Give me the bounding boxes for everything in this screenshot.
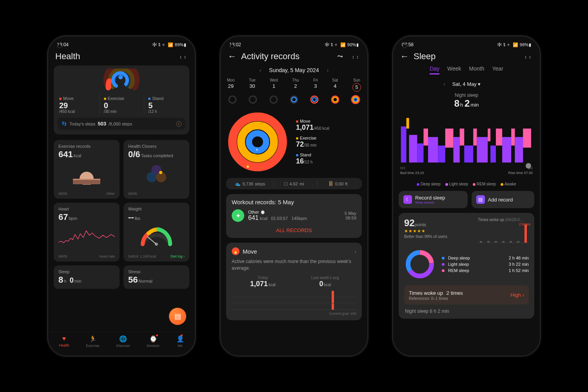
tile-value: 8	[58, 275, 63, 285]
exercise-label: Exercise	[300, 136, 316, 140]
tab-month[interactable]: Month	[469, 65, 485, 74]
svg-rect-35	[423, 129, 428, 145]
record-sleep-button[interactable]: ☾Record sleepSleep sounds	[399, 191, 468, 208]
tile-value: --	[128, 212, 134, 222]
woke-chart: Times woke up (04/28-0… 2 times	[478, 218, 529, 243]
sleep-stages-chart[interactable]	[399, 114, 534, 165]
all-records-link[interactable]: ALL RECORDS	[232, 227, 356, 233]
workout-dur: 01:03:57	[271, 216, 288, 221]
move-goal: /450 kcal	[59, 109, 96, 114]
woke-banner[interactable]: Times woke up 2 timesReferences: 0–1 tim…	[404, 285, 529, 305]
nav-me[interactable]: 👤Me	[176, 335, 184, 348]
tile-sleep[interactable]: Sleep 8h 0min	[54, 265, 120, 289]
exercise-label: Exercise	[108, 96, 124, 101]
svg-rect-31	[401, 127, 407, 163]
slider-handle[interactable]	[526, 163, 531, 169]
nav-health[interactable]: ♥Health	[59, 335, 69, 348]
flame-icon: 🔥	[232, 247, 240, 255]
svg-point-6	[147, 172, 157, 182]
route-icon[interactable]: ⤳	[337, 52, 343, 61]
move-label: Move	[63, 96, 74, 101]
svg-rect-32	[407, 118, 409, 129]
stand-goal: /12 h	[304, 160, 312, 164]
svg-point-22	[354, 98, 357, 101]
tile-unit: Normal	[138, 279, 152, 283]
day-fri[interactable]: Fri3	[313, 78, 318, 92]
page-title: Sleep	[414, 51, 519, 62]
footsteps-icon: 👣	[62, 121, 67, 126]
chevron-left-icon[interactable]: ‹	[442, 79, 447, 89]
tile-unit: lbs	[135, 216, 140, 221]
tile-foot: Heart rate	[99, 254, 115, 258]
nav-exercise[interactable]: 🏃Exercise	[86, 335, 100, 348]
tab-week[interactable]: Week	[447, 65, 461, 74]
tile-exercise-records[interactable]: Exercise records 641kcal 05/05Other	[54, 140, 120, 199]
back-icon[interactable]: ←	[400, 51, 409, 62]
day-tue[interactable]: Tue30	[249, 78, 256, 92]
day-mon[interactable]: Mon29	[227, 78, 234, 92]
svg-rect-4	[73, 179, 100, 180]
back-icon[interactable]: ←	[228, 51, 236, 62]
svg-point-19	[333, 97, 338, 102]
banner-status: High	[510, 292, 521, 298]
steps-value: 503	[98, 121, 106, 127]
tile-weight[interactable]: Weight --lbs Deficit: 1,108 kcalDiet log…	[123, 203, 189, 261]
stand-label: Stand	[300, 152, 311, 157]
avg-value: 0	[319, 280, 323, 288]
svg-point-15	[292, 97, 296, 102]
score-subtitle: Better than 99% of users	[404, 234, 472, 239]
menu-icon[interactable]: ᎓᎓	[179, 53, 188, 60]
menu-icon[interactable]: ᎓᎓	[352, 53, 360, 60]
fab-button[interactable]: ▤	[169, 308, 186, 325]
tile-foot: Deficit: 1,108 kcal	[128, 254, 156, 258]
tile-stress[interactable]: Stress 56Normal	[123, 265, 189, 289]
tab-year[interactable]: Year	[492, 65, 503, 74]
sleep-donut-icon	[404, 249, 436, 280]
exercise-value: 0	[104, 102, 141, 109]
nav-discover[interactable]: 🌐Discover	[116, 335, 130, 348]
watch-icon: ⌚	[149, 335, 157, 343]
sunset-icon	[58, 162, 115, 185]
person-activity-icon: ✦	[232, 209, 244, 222]
svg-point-0	[106, 84, 112, 90]
page-title: Health	[55, 51, 174, 62]
status-bar: 13:02 ✻ ⇅ ᯤ 📶 90%▮	[221, 36, 367, 49]
stand-goal: /12 h	[148, 109, 185, 114]
move-card[interactable]: 🔥Move› Active calories were much more th…	[226, 243, 362, 320]
sleep-score-card[interactable]: 92points ★★★★★ Better than 99% of users …	[399, 213, 534, 319]
add-record-button[interactable]: ▤Add record	[472, 191, 534, 208]
workout-records-card[interactable]: Workout records: 5 May ✦ Other ⌚ 641 kca…	[226, 194, 362, 238]
week-strip: Mon29 Tue30 Wed1 Thu2 Fri3 Sat4 Sun5	[226, 78, 362, 92]
axis-left: 5/3	[400, 166, 405, 170]
night-sleep-row[interactable]: Night sleep 8 h 2 min	[404, 309, 529, 314]
steps-label: Today's steps	[69, 122, 95, 126]
steps-banner[interactable]: 👣 Today's steps 503 /8,000 steps i	[58, 118, 185, 130]
note-icon: ▤	[174, 312, 181, 321]
info-icon[interactable]: i	[176, 121, 181, 127]
svg-rect-41	[464, 145, 473, 162]
tile-sub: Tasks completed	[141, 153, 173, 158]
svg-point-1	[118, 75, 123, 79]
stats-bar[interactable]: 👟9,738steps ▢4.62mi 🪜0.00ft	[226, 178, 362, 189]
diet-log-link[interactable]: Diet log ›	[171, 254, 185, 258]
tab-day[interactable]: Day	[430, 65, 439, 74]
chevron-right-icon[interactable]: ›	[325, 65, 330, 75]
tile-health-clovers[interactable]: Health Clovers 0/6Tasks completed 06/05	[123, 140, 189, 199]
globe-icon: 🌐	[119, 335, 127, 343]
chevron-left-icon[interactable]: ‹	[258, 65, 263, 75]
activity-rings-card[interactable]: Move29/450 kcal Exercise0/30 min Stand5/…	[54, 65, 189, 134]
day-thu[interactable]: Thu2	[292, 78, 299, 92]
tile-label: Weight	[128, 207, 185, 211]
night-sleep-label: Night sleep	[399, 93, 534, 98]
menu-icon[interactable]: ᎓᎓	[524, 53, 533, 60]
day-sat[interactable]: Sat4	[332, 78, 338, 92]
tile-unit: h	[64, 279, 66, 283]
map-icon: ▢	[284, 181, 288, 186]
nav-devices[interactable]: ⌚Devices	[147, 335, 160, 348]
date-picker[interactable]: Sat, 4 May ▾	[452, 81, 481, 87]
day-wed[interactable]: Wed1	[270, 78, 278, 92]
svg-rect-49	[515, 137, 523, 163]
tile-heart[interactable]: Heart 67bpm 06/05Heart rate	[54, 203, 120, 261]
date-label[interactable]: Sunday, 5 May 2024	[269, 67, 319, 73]
day-sun[interactable]: Sun5	[352, 78, 361, 92]
